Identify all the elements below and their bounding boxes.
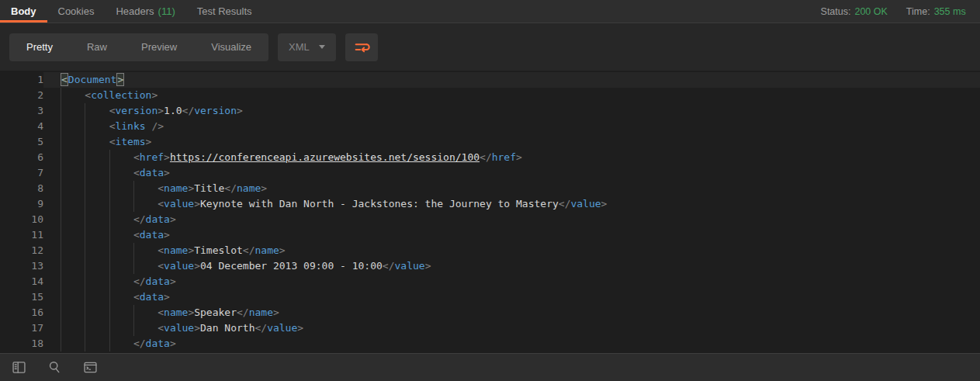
xml-punctuation: >: [170, 338, 176, 349]
code-line: 5 <items>: [0, 134, 980, 150]
indent-guide: [85, 196, 85, 212]
line-number: 1: [0, 72, 43, 88]
console-icon: [82, 359, 99, 376]
response-body-editor[interactable]: 1<Document>2 <collection>3 <version>1.0<…: [0, 71, 980, 353]
code-content: <Document>: [43, 72, 980, 88]
indent-guide: [61, 196, 61, 212]
xml-punctuation: >: [146, 136, 152, 147]
code-line: 17 <value>Dan North</value>: [0, 320, 980, 336]
code-content: </data>: [43, 274, 980, 289]
body-view-toolbar: Pretty Raw Preview Visualize XML: [0, 23, 980, 71]
xml-punctuation: <: [158, 322, 164, 334]
xml-punctuation: </: [255, 322, 267, 334]
view-raw[interactable]: Raw: [70, 33, 124, 61]
line-number: 17: [0, 320, 43, 336]
xml-text-value: 1.0: [164, 105, 182, 116]
line-wrap-icon: [353, 39, 370, 56]
xml-text-value: Dan North: [200, 322, 255, 334]
indent-guide: [85, 165, 85, 181]
indent-guide: [61, 212, 61, 227]
response-tab-bar: Body Cookies Headers (11) Test Results S…: [0, 0, 980, 23]
view-preview[interactable]: Preview: [124, 33, 194, 61]
code-content: <version>1.0</version>: [43, 103, 980, 119]
time-value: 355 ms: [934, 6, 966, 17]
search-button[interactable]: [46, 359, 63, 376]
chevron-down-icon: [319, 45, 325, 49]
xml-punctuation: <: [158, 260, 164, 272]
tab-headers[interactable]: Headers (11): [105, 2, 185, 23]
xml-tag-name: data: [146, 338, 170, 349]
xml-punctuation: >: [151, 89, 158, 101]
status-indicator: Status: 200 OK: [821, 6, 888, 17]
code-line: 8 <name>Title</name>: [0, 181, 980, 196]
code-content: <data>: [43, 227, 980, 243]
line-number: 16: [0, 305, 43, 320]
indent-guide: [109, 274, 110, 289]
code-content: <items>: [43, 134, 980, 150]
indent-guide: [61, 119, 61, 134]
tab-cookies[interactable]: Cookies: [47, 2, 106, 23]
indent-guide: [61, 103, 61, 119]
time-indicator: Time: 355 ms: [906, 6, 966, 17]
tab-test-results[interactable]: Test Results: [186, 2, 263, 23]
language-dropdown[interactable]: XML: [278, 33, 336, 61]
line-number: 8: [0, 181, 43, 196]
line-number: 12: [0, 243, 43, 258]
indent-guide: [85, 274, 85, 289]
indent-guide: [109, 165, 110, 181]
response-meta: Status: 200 OK Time: 355 ms S: [821, 0, 980, 23]
xml-tag-name: value: [267, 322, 297, 334]
code-line: 9 <value>Keynote with Dan North - Jackst…: [0, 196, 980, 212]
wrap-lines-button[interactable]: [345, 33, 378, 61]
code-content: <value>Keynote with Dan North - Jackston…: [43, 196, 980, 212]
code-content: </data>: [43, 336, 980, 352]
code-line: 7 <data>: [0, 165, 980, 181]
indent-guide: [85, 150, 85, 165]
xml-punctuation: <: [158, 198, 164, 210]
line-number: 11: [0, 227, 43, 243]
xml-punctuation: </: [243, 244, 255, 256]
xml-punctuation: <: [158, 182, 164, 194]
xml-tag-name: value: [164, 198, 194, 210]
xml-text-value: Title: [194, 182, 224, 194]
line-number: 9: [0, 196, 43, 212]
console-button[interactable]: [81, 359, 99, 376]
xml-punctuation: >: [237, 105, 243, 116]
panel-layout-button[interactable]: [10, 359, 27, 376]
matched-bracket: <: [61, 73, 68, 86]
code-line: 13 <value>04 December 2013 09:00 - 10:00…: [0, 258, 980, 274]
indent-guide: [61, 150, 61, 165]
url-link[interactable]: https://conferenceapi.azurewebsites.net/…: [170, 151, 480, 163]
indent-guide: [109, 320, 110, 336]
indent-guide: [85, 212, 85, 227]
xml-tag-name: name: [164, 182, 188, 194]
xml-punctuation: >: [164, 167, 170, 178]
xml-punctuation: </: [224, 182, 237, 194]
indent-guide: [133, 305, 134, 320]
xml-tag-name: items: [115, 136, 145, 147]
line-number: 2: [0, 88, 43, 103]
code-line: 11 <data>: [0, 227, 980, 243]
indent-guide: [85, 258, 85, 274]
tab-body[interactable]: Body: [0, 2, 47, 23]
language-selected-value: XML: [289, 41, 310, 53]
line-number: 4: [0, 119, 43, 134]
code-line: 15 <data>: [0, 289, 980, 305]
view-visualize[interactable]: Visualize: [194, 33, 268, 61]
xml-punctuation: <: [133, 167, 140, 178]
xml-tag-name: value: [164, 322, 194, 334]
code-content: <href>https://conferenceapi.azurewebsite…: [43, 150, 980, 165]
xml-punctuation: >: [279, 244, 286, 256]
xml-tag-name: href: [140, 151, 164, 163]
xml-punctuation: />: [146, 120, 164, 132]
code-line: 2 <collection>: [0, 88, 980, 103]
indent-guide: [61, 336, 61, 352]
view-pretty[interactable]: Pretty: [9, 33, 70, 61]
indent-guide: [61, 320, 61, 336]
indent-guide: [109, 258, 110, 274]
indent-guide: [61, 88, 61, 103]
indent-guide: [61, 165, 61, 181]
code-line: 10 </data>: [0, 212, 980, 227]
xml-punctuation: >: [261, 182, 267, 194]
code-content: <links />: [43, 119, 980, 134]
